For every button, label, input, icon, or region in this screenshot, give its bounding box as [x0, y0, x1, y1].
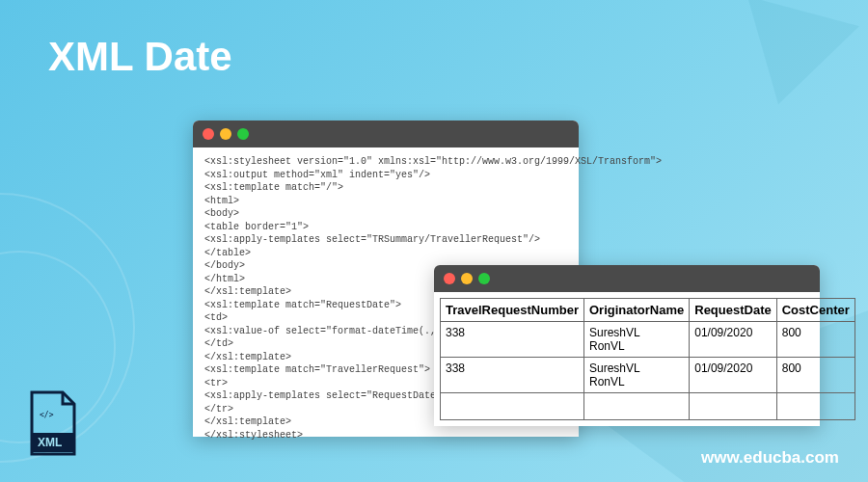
cell-request-date: 01/09/2020	[690, 358, 776, 393]
maximize-icon[interactable]	[237, 128, 249, 140]
cell-request-date: 01/09/2020	[690, 322, 776, 358]
svg-text:XML: XML	[38, 436, 62, 449]
table-row: 338 SureshVL RonVL 01/09/2020 800	[441, 322, 855, 358]
close-icon[interactable]	[444, 273, 455, 284]
cell-originator: SureshVL RonVL	[584, 358, 690, 393]
code-window-titlebar	[193, 120, 579, 147]
cell-request-number	[441, 393, 584, 420]
cell-request-date	[690, 393, 776, 420]
svg-text:</>: </>	[40, 411, 54, 419]
table-row	[441, 393, 855, 420]
table-header: RequestDate	[690, 299, 776, 322]
cell-originator	[584, 393, 690, 420]
cell-cost-center	[776, 393, 854, 420]
table-header-row: TravelRequestNumber OriginatorName Reque…	[441, 299, 855, 322]
minimize-icon[interactable]	[461, 273, 473, 284]
cell-cost-center: 800	[776, 322, 854, 358]
close-icon[interactable]	[203, 128, 214, 140]
cell-cost-center: 800	[776, 358, 854, 393]
table-header: TravelRequestNumber	[441, 299, 584, 322]
table-header: OriginatorName	[584, 299, 690, 322]
cell-originator: SureshVL RonVL	[584, 322, 690, 358]
maximize-icon[interactable]	[478, 273, 490, 284]
cell-request-number: 338	[441, 322, 584, 358]
xml-file-icon: </> XML	[24, 388, 82, 458]
minimize-icon[interactable]	[220, 128, 231, 140]
page-title: XML Date	[48, 34, 232, 80]
table-row: 338 SureshVL RonVL 01/09/2020 800	[441, 358, 855, 393]
website-url: www.educba.com	[701, 448, 839, 468]
cell-request-number: 338	[441, 358, 584, 393]
table-window: TravelRequestNumber OriginatorName Reque…	[434, 265, 820, 426]
table-window-titlebar	[434, 265, 820, 292]
data-table: TravelRequestNumber OriginatorName Reque…	[440, 298, 855, 420]
table-header: CostCenter	[776, 299, 854, 322]
